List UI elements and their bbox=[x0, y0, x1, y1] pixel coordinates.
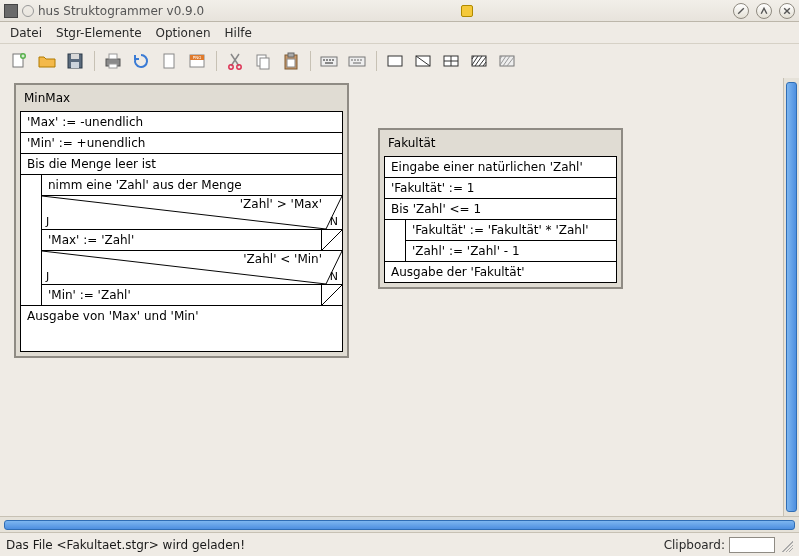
svg-rect-29 bbox=[360, 59, 362, 61]
svg-rect-27 bbox=[354, 59, 356, 61]
svg-rect-26 bbox=[351, 59, 353, 61]
keyboard-button[interactable] bbox=[316, 48, 342, 74]
svg-rect-15 bbox=[260, 58, 269, 69]
condition-text: 'Zahl' < 'Min' bbox=[243, 252, 322, 266]
svg-rect-3 bbox=[71, 54, 79, 59]
svg-text:PNG: PNG bbox=[193, 55, 202, 60]
block-hatch-button[interactable] bbox=[466, 48, 492, 74]
branch-j-label: J bbox=[46, 215, 49, 228]
diagram-title: MinMax bbox=[20, 89, 343, 111]
vertical-scrollbar[interactable] bbox=[783, 78, 799, 516]
statement-row[interactable]: 'Fakultät' := 'Fakultät' * 'Zahl' bbox=[406, 220, 616, 241]
svg-line-53 bbox=[322, 285, 342, 305]
empty-branch-icon bbox=[322, 285, 342, 305]
statement-row[interactable]: Eingabe einer natürlichen 'Zahl' bbox=[385, 157, 616, 178]
branch-j-label: J bbox=[46, 270, 49, 283]
svg-rect-17 bbox=[288, 53, 294, 57]
svg-rect-4 bbox=[71, 62, 79, 68]
toolbar: PNG bbox=[0, 44, 799, 78]
vertical-scrollbar-thumb[interactable] bbox=[786, 82, 797, 512]
branch-row: 'Max' := 'Zahl' bbox=[42, 230, 342, 251]
statement-row[interactable]: 'Max' := -unendlich bbox=[21, 112, 342, 133]
cut-button[interactable] bbox=[222, 48, 248, 74]
menu-datei[interactable]: Datei bbox=[4, 24, 48, 42]
svg-rect-7 bbox=[109, 64, 117, 68]
svg-line-50 bbox=[322, 230, 342, 250]
svg-rect-18 bbox=[287, 59, 295, 67]
diagram-title: Fakultät bbox=[384, 134, 617, 156]
svg-rect-25 bbox=[349, 57, 365, 66]
canvas-area: MinMax 'Max' := -unendlich 'Min' := +une… bbox=[0, 78, 799, 516]
statement-row[interactable]: 'Max' := 'Zahl' bbox=[42, 230, 322, 250]
diagram-fakultaet[interactable]: Fakultät Eingabe einer natürlichen 'Zahl… bbox=[378, 128, 623, 289]
svg-point-12 bbox=[229, 65, 233, 69]
horizontal-scrollbar[interactable] bbox=[0, 516, 799, 532]
loop-header[interactable]: Bis die Menge leer ist bbox=[21, 154, 342, 175]
window-title: hus Struktogrammer v0.9.0 bbox=[38, 4, 204, 18]
loop-header[interactable]: Bis 'Zahl' <= 1 bbox=[385, 199, 616, 220]
condition-block[interactable]: J 'Zahl' > 'Max' N bbox=[42, 196, 342, 230]
window-flag-icon bbox=[461, 5, 473, 17]
minimize-button[interactable] bbox=[733, 3, 749, 19]
statement-row[interactable]: 'Fakultät' := 1 bbox=[385, 178, 616, 199]
svg-rect-31 bbox=[388, 56, 402, 66]
branch-row: 'Min' := 'Zahl' bbox=[42, 285, 342, 305]
svg-rect-19 bbox=[321, 57, 337, 66]
svg-rect-21 bbox=[326, 59, 328, 61]
status-bar: Das File <Fakultaet.stgr> wird geladen! … bbox=[0, 532, 799, 556]
block-hatch2-button[interactable] bbox=[494, 48, 520, 74]
close-button[interactable] bbox=[779, 3, 795, 19]
statement-row[interactable]: nimm eine 'Zahl' aus der Menge bbox=[42, 175, 342, 196]
diagram-minmax[interactable]: MinMax 'Max' := -unendlich 'Min' := +une… bbox=[14, 83, 349, 358]
empty-branch-icon bbox=[322, 230, 342, 250]
paste-button[interactable] bbox=[278, 48, 304, 74]
keyboard-alt-button[interactable] bbox=[344, 48, 370, 74]
clipboard-label: Clipboard: bbox=[664, 538, 725, 552]
svg-rect-20 bbox=[323, 59, 325, 61]
horizontal-scrollbar-thumb[interactable] bbox=[4, 520, 795, 530]
svg-rect-6 bbox=[109, 54, 117, 59]
diagram-body: 'Max' := -unendlich 'Min' := +unendlich … bbox=[20, 111, 343, 352]
loop-body: nimm eine 'Zahl' aus der Menge J 'Zahl' … bbox=[41, 175, 342, 305]
loop-body: 'Fakultät' := 'Fakultät' * 'Zahl' 'Zahl'… bbox=[405, 220, 616, 261]
reload-button[interactable] bbox=[128, 48, 154, 74]
diagram-canvas[interactable]: MinMax 'Max' := -unendlich 'Min' := +une… bbox=[0, 78, 783, 516]
status-message: Das File <Fakultaet.stgr> wird geladen! bbox=[6, 538, 664, 552]
statement-row[interactable]: 'Min' := +unendlich bbox=[21, 133, 342, 154]
svg-rect-23 bbox=[332, 59, 334, 61]
title-bar: hus Struktogrammer v0.9.0 bbox=[0, 0, 799, 22]
save-file-button[interactable] bbox=[62, 48, 88, 74]
svg-point-13 bbox=[237, 65, 241, 69]
block-simple-button[interactable] bbox=[382, 48, 408, 74]
open-file-button[interactable] bbox=[34, 48, 60, 74]
statement-row[interactable]: Ausgabe der 'Fakultät' bbox=[385, 261, 616, 282]
copy-button[interactable] bbox=[250, 48, 276, 74]
statement-row[interactable]: 'Zahl' := 'Zahl' - 1 bbox=[406, 241, 616, 261]
menu-optionen[interactable]: Optionen bbox=[150, 24, 217, 42]
block-diag-button[interactable] bbox=[410, 48, 436, 74]
new-file-button[interactable] bbox=[6, 48, 32, 74]
maximize-button[interactable] bbox=[756, 3, 772, 19]
export-png-button[interactable]: PNG bbox=[184, 48, 210, 74]
statement-row[interactable]: Ausgabe von 'Max' und 'Min' bbox=[21, 305, 342, 351]
condition-block[interactable]: J 'Zahl' < 'Min' N bbox=[42, 251, 342, 285]
clipboard-preview bbox=[729, 537, 775, 553]
menu-stgr-elemente[interactable]: Stgr-Elemente bbox=[50, 24, 148, 42]
print-button[interactable] bbox=[100, 48, 126, 74]
title-decoration-icon bbox=[22, 5, 34, 17]
resize-grip-icon[interactable] bbox=[779, 538, 793, 552]
app-icon bbox=[4, 4, 18, 18]
svg-rect-28 bbox=[357, 59, 359, 61]
diagram-body: Eingabe einer natürlichen 'Zahl' 'Fakult… bbox=[384, 156, 617, 283]
block-grid-button[interactable] bbox=[438, 48, 464, 74]
branch-n-label: N bbox=[330, 270, 338, 283]
svg-rect-24 bbox=[325, 62, 333, 64]
branch-n-label: N bbox=[330, 215, 338, 228]
menu-hilfe[interactable]: Hilfe bbox=[219, 24, 258, 42]
condition-text: 'Zahl' > 'Max' bbox=[240, 197, 322, 211]
page-button[interactable] bbox=[156, 48, 182, 74]
svg-rect-22 bbox=[329, 59, 331, 61]
svg-rect-30 bbox=[353, 62, 361, 64]
menu-bar: Datei Stgr-Elemente Optionen Hilfe bbox=[0, 22, 799, 44]
statement-row[interactable]: 'Min' := 'Zahl' bbox=[42, 285, 322, 305]
